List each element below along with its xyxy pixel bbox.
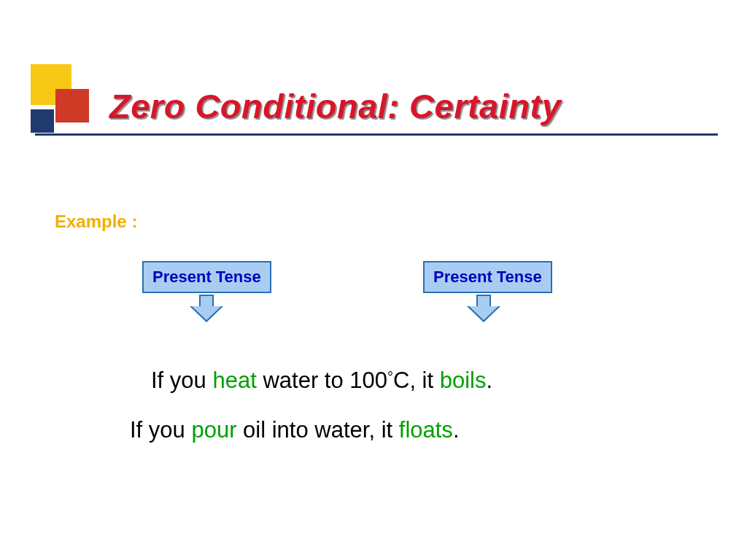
text: If you (151, 368, 212, 393)
text: If you (130, 417, 191, 443)
example-label: Example : (55, 211, 137, 232)
verb-pour: pour (191, 417, 236, 443)
square-navy (31, 109, 54, 133)
text: water to 100 (257, 368, 387, 393)
degree-symbol: ° (387, 369, 393, 385)
text: . (487, 368, 493, 393)
verb-floats: floats (399, 417, 453, 443)
verb-boils: boils (440, 368, 487, 393)
text: . (453, 417, 460, 443)
example-sentence-1: If you heat water to 100°C, it boils. (151, 368, 492, 394)
verb-heat: heat (212, 368, 256, 393)
arrow-down-icon (190, 295, 223, 324)
text: oil into water, it (236, 417, 398, 443)
title-rule (35, 133, 718, 136)
slide-title: Zero Conditional: Certainty (109, 86, 715, 126)
text: C, it (393, 368, 440, 393)
tense-box-right: Present Tense (423, 261, 552, 293)
tense-box-left: Present Tense (142, 261, 271, 293)
square-red (55, 89, 89, 122)
example-sentence-2: If you pour oil into water, it floats. (130, 417, 460, 443)
arrow-down-icon (467, 295, 500, 324)
decorative-squares (31, 64, 100, 133)
